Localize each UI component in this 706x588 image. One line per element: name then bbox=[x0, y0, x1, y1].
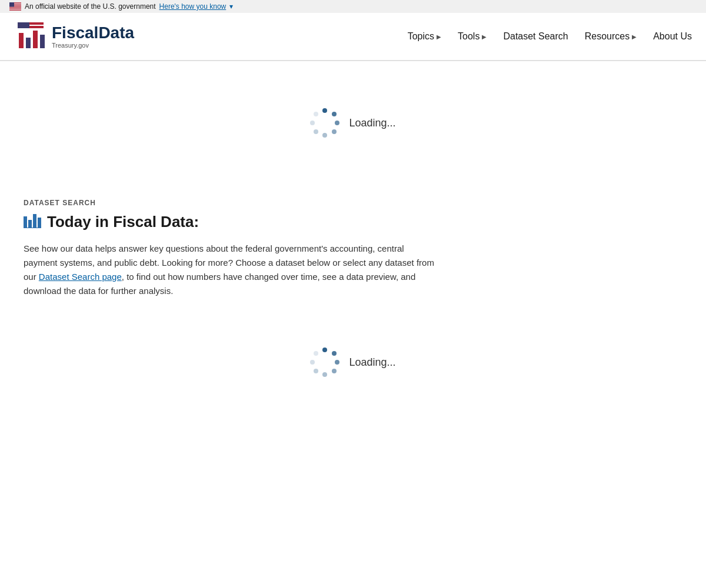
spinner-dot bbox=[332, 369, 337, 373]
loading-text-1: Loading... bbox=[349, 117, 395, 129]
spinner-dot bbox=[332, 129, 337, 134]
svg-rect-20 bbox=[33, 31, 38, 48]
dataset-section-title: Today in Fiscal Data: bbox=[24, 212, 682, 232]
nav-about-us[interactable]: About Us bbox=[653, 31, 692, 42]
svg-rect-10 bbox=[9, 9, 21, 9]
tools-arrow-icon: ▶ bbox=[482, 34, 487, 40]
svg-rect-17 bbox=[18, 22, 29, 28]
topics-arrow-icon: ▶ bbox=[437, 34, 441, 40]
main-content: Loading... DATASET SEARCH Today in Fisca… bbox=[0, 61, 706, 412]
nav-resources[interactable]: Resources ▶ bbox=[585, 31, 637, 42]
site-name: FiscalData bbox=[52, 24, 134, 42]
spinner-dot bbox=[314, 112, 318, 116]
svg-rect-25 bbox=[38, 218, 41, 228]
dataset-section: DATASET SEARCH Today in Fiscal Data: See… bbox=[0, 185, 706, 312]
dataset-section-label: DATASET SEARCH bbox=[24, 199, 682, 207]
svg-rect-23 bbox=[28, 220, 32, 228]
resources-arrow-icon: ▶ bbox=[632, 34, 637, 40]
spinner-dot bbox=[335, 360, 339, 365]
loading-section-2: Loading... bbox=[0, 312, 706, 412]
spinner-dot bbox=[314, 369, 318, 373]
site-header: FiscalData Treasury.gov Topics ▶ Tools ▶… bbox=[0, 13, 706, 61]
spinner-dot bbox=[310, 360, 315, 365]
site-sub: Treasury.gov bbox=[52, 42, 134, 49]
svg-rect-11 bbox=[9, 9, 21, 10]
svg-rect-7 bbox=[9, 7, 21, 8]
svg-rect-18 bbox=[19, 33, 24, 48]
logo-area[interactable]: FiscalData Treasury.gov bbox=[14, 20, 134, 53]
spinner-dot bbox=[322, 372, 327, 377]
spinner-dot bbox=[335, 121, 339, 125]
nav-dataset-search[interactable]: Dataset Search bbox=[503, 31, 568, 42]
svg-rect-9 bbox=[9, 8, 21, 9]
spinner-dot bbox=[322, 133, 327, 138]
spinner-dot bbox=[310, 121, 315, 125]
svg-rect-19 bbox=[26, 38, 31, 48]
spinner-dot bbox=[332, 351, 337, 356]
chart-bar-icon bbox=[24, 212, 41, 232]
nav-tools[interactable]: Tools ▶ bbox=[458, 31, 487, 42]
loading-text-2: Loading... bbox=[349, 356, 395, 369]
nav-topics[interactable]: Topics ▶ bbox=[408, 31, 441, 42]
svg-rect-13 bbox=[9, 2, 14, 7]
main-nav: Topics ▶ Tools ▶ Dataset Search Resource… bbox=[408, 31, 692, 42]
spinner-dot bbox=[314, 351, 318, 356]
svg-rect-21 bbox=[40, 35, 45, 48]
gov-banner-text: An official website of the U.S. governme… bbox=[25, 2, 156, 11]
loading-section-1: Loading... bbox=[0, 61, 706, 185]
logo-text-area: FiscalData Treasury.gov bbox=[52, 24, 134, 49]
spinner-dot bbox=[322, 108, 327, 113]
svg-rect-12 bbox=[9, 10, 21, 11]
svg-rect-22 bbox=[24, 216, 27, 228]
fiscal-data-logo-icon bbox=[14, 20, 47, 53]
spinner-dot bbox=[332, 112, 337, 116]
svg-rect-24 bbox=[33, 214, 36, 228]
dataset-title-text: Today in Fiscal Data: bbox=[47, 213, 199, 231]
spinner-1 bbox=[310, 108, 339, 138]
gov-banner-link[interactable]: Here's how you know bbox=[159, 2, 227, 11]
us-flag-icon bbox=[9, 2, 21, 11]
dataset-search-link[interactable]: Dataset Search page bbox=[39, 272, 122, 282]
spinner-dot bbox=[322, 348, 327, 352]
svg-rect-8 bbox=[9, 8, 21, 8]
gov-banner: An official website of the U.S. governme… bbox=[0, 0, 706, 13]
gov-banner-chevron: ▾ bbox=[229, 2, 233, 11]
spinner-2 bbox=[310, 348, 339, 377]
dataset-description: See how our data helps answer key questi… bbox=[24, 242, 435, 298]
spinner-dot bbox=[314, 129, 318, 134]
